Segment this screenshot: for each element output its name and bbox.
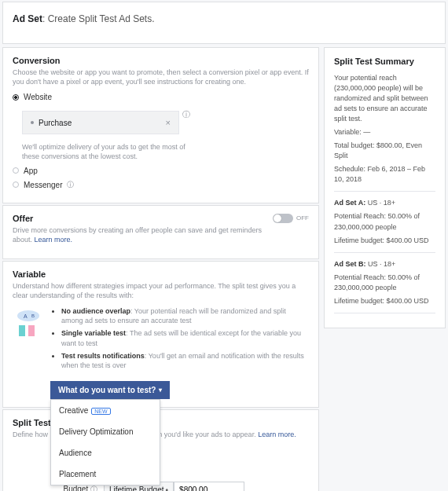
bullet-no-overlap: No audience overlap: Your potential reac… [61, 306, 309, 325]
header-subtitle: : Create Split Test Ad Sets. [42, 13, 155, 24]
info-icon[interactable]: ⓘ [90, 486, 97, 491]
conversion-section: Conversion Choose the website or app you… [2, 47, 319, 203]
summary-adset-b: Ad Set B: US · 18+ [334, 259, 435, 269]
budget-learn-link[interactable]: Learn more. [258, 431, 296, 438]
conversion-sub: Choose the website or app you want to pr… [13, 68, 309, 86]
option-label: Website [24, 93, 52, 101]
summary-schedule: Schedule: Feb 6, 2018 – Feb 10, 2018 [334, 164, 435, 185]
summary-a-budget: Lifetime budget: $400.00 USD [334, 236, 435, 246]
svg-rect-3 [19, 325, 25, 336]
radio-icon [13, 167, 19, 174]
caret-down-icon: ▾ [159, 387, 162, 394]
offer-learn-link[interactable]: Learn more. [35, 236, 73, 244]
bullet-icon [31, 121, 34, 124]
offer-sub: Drive more conversions by creating an of… [13, 225, 273, 244]
option-label: Messenger [24, 181, 62, 189]
option-messenger[interactable]: Messenger ⓘ [13, 180, 309, 190]
summary-total-budget: Total budget: $800.00, Even Split [334, 141, 435, 161]
svg-text:A: A [24, 313, 28, 319]
summary-b-reach: Potential Reach: 50.00% of 230,000,000 p… [334, 273, 435, 293]
variable-illustration: AB [13, 306, 44, 399]
svg-text:B: B [31, 313, 35, 318]
budget-amount-input[interactable] [174, 482, 244, 491]
menu-audience[interactable]: Audience [51, 442, 160, 464]
conversion-event-select[interactable]: Purchase × [22, 111, 179, 134]
new-badge: NEW [91, 408, 110, 415]
summary-intro: Your potential reach (230,000,000 people… [334, 73, 435, 124]
page-header: Ad Set: Create Split Test Ad Sets. [2, 2, 446, 44]
menu-delivery[interactable]: Delivery Optimization [51, 421, 160, 442]
option-app[interactable]: App [13, 167, 309, 175]
header-title: Ad Set [13, 13, 42, 24]
bullet-single-var: Single variable test: The ad sets will b… [61, 328, 309, 347]
optimize-note: We'll optimize delivery of your ads to g… [22, 142, 195, 161]
test-options-menu: CreativeNEW Delivery Optimization Audien… [50, 399, 160, 486]
summary-panel: Split Test Summary Your potential reach … [324, 47, 446, 328]
menu-creative[interactable]: CreativeNEW [51, 400, 160, 421]
svg-rect-4 [28, 325, 35, 336]
menu-placement[interactable]: Placement [51, 464, 160, 485]
summary-variable: Variable: — [334, 127, 435, 137]
info-icon[interactable]: ⓘ [182, 109, 190, 120]
option-website[interactable]: Website [13, 93, 309, 101]
offer-title: Offer [13, 214, 273, 223]
offer-toggle[interactable]: OFF [273, 214, 309, 223]
summary-a-reach: Potential Reach: 50.00% of 230,000,000 p… [334, 211, 435, 232]
radio-icon [13, 181, 19, 188]
svg-point-0 [17, 310, 39, 321]
option-label: App [24, 167, 38, 175]
summary-b-budget: Lifetime budget: $400.00 USD [334, 296, 435, 306]
variable-sub: Understand how different strategies impa… [13, 281, 309, 300]
conversion-title: Conversion [13, 56, 309, 65]
conversion-event-value: Purchase [39, 119, 72, 127]
close-icon[interactable]: × [166, 118, 171, 127]
variable-title: Variable [13, 269, 309, 279]
radio-icon [13, 94, 19, 101]
what-to-test-button[interactable]: What do you want to test?▾ [50, 381, 170, 399]
summary-adset-a: Ad Set A: US · 18+ [334, 198, 435, 208]
summary-title: Split Test Summary [334, 56, 435, 68]
toggle-label: OFF [296, 214, 309, 222]
info-icon[interactable]: ⓘ [67, 180, 74, 190]
bullet-notifications: Test results notifications: You'll get a… [61, 351, 309, 370]
select-caret-icon: ♦ [166, 487, 169, 491]
offer-section: Offer Drive more conversions by creating… [2, 205, 319, 259]
variable-section: Variable Understand how different strate… [2, 261, 319, 408]
